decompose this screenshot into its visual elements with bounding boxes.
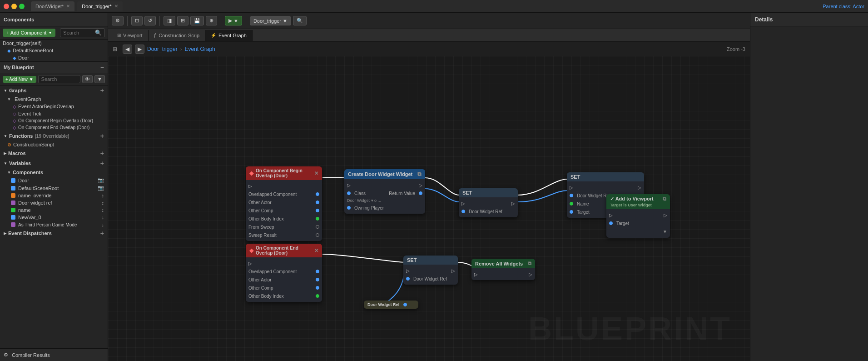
- event-dispatchers-section-row[interactable]: ▶ Event Dispatchers +: [0, 228, 108, 238]
- breadcrumb-root[interactable]: Door_trigger: [147, 46, 178, 52]
- pin-from-sweep[interactable]: [316, 225, 319, 229]
- pin-return-value[interactable]: [419, 191, 422, 195]
- zoom-label: Zoom -3: [727, 46, 745, 52]
- pin-set2-target[interactable]: [570, 194, 573, 197]
- parent-class-link[interactable]: Actor: [853, 4, 864, 9]
- pin-door-ref-out[interactable]: [403, 303, 407, 306]
- eye-button[interactable]: 👁: [82, 75, 93, 83]
- node-set3[interactable]: SET ▷ ▷ Door Widget Ref: [403, 256, 458, 285]
- compile-button[interactable]: ⊡: [131, 16, 143, 25]
- tab-doortrigger-close[interactable]: ✕: [114, 4, 118, 9]
- pin-overlapped-component[interactable]: [316, 192, 319, 196]
- refresh-button[interactable]: ↺: [144, 16, 156, 25]
- function-constructionscript[interactable]: ⚙ ConstructionScript: [0, 141, 108, 148]
- pin-set2-target2[interactable]: [570, 210, 573, 214]
- graph-event-actoroverlap[interactable]: ◇ Event ActorBeginOverlap: [0, 103, 108, 110]
- search-button[interactable]: 🔍: [293, 16, 307, 25]
- tab-doortrigger[interactable]: Door_trigger* ✕: [77, 1, 122, 11]
- components-search-input[interactable]: [63, 30, 95, 35]
- back-button[interactable]: ◀: [123, 45, 132, 54]
- pin-set1-in[interactable]: [461, 210, 465, 213]
- class-dropdown[interactable]: Door_trigger ▼: [250, 16, 291, 25]
- tab-doorwidget-close[interactable]: ✕: [66, 4, 70, 9]
- viewport-exec-in: ▷: [609, 213, 613, 218]
- blueprint-canvas[interactable]: ◆ On Component Begin Overlap (Door) ✕ ▷ …: [108, 56, 750, 361]
- tab-construction-script[interactable]: ƒ Construction Scrip: [149, 30, 205, 41]
- var-newvar0[interactable]: NewVar_0 ↓: [0, 214, 108, 221]
- var-defaultsceneroot[interactable]: DefaultSceneRoot 📷: [0, 184, 108, 192]
- filter-button[interactable]: ▼: [94, 75, 105, 83]
- graph-begin-overlap[interactable]: ◇ On Component Begin Overlap (Door): [0, 117, 108, 124]
- pin-end-other-comp[interactable]: [316, 286, 319, 290]
- tab-doorwidget[interactable]: DoorWidget* ✕: [31, 1, 74, 11]
- blueprint-toolbar: ⚙ ⊡ ↺ ◨ ⊞ 💾 ⊕ ▶ ▼ Door_trigger ▼ 🔍: [108, 13, 750, 29]
- add-component-button[interactable]: + Add Component ▼: [3, 29, 55, 37]
- node-overlap-begin[interactable]: ◆ On Component Begin Overlap (Door) ✕ ▷ …: [246, 166, 322, 241]
- pin-other-comp[interactable]: [316, 209, 319, 212]
- node-create-widget[interactable]: Create Door Widget Widget ⧉ ▷ ▷ Class Re…: [344, 169, 425, 214]
- pin-class-in[interactable]: [347, 191, 351, 195]
- pin-viewport-target[interactable]: [609, 221, 613, 225]
- tab-event-graph[interactable]: ⚡ Event Graph: [205, 30, 253, 41]
- variables-section-row[interactable]: ▼ Variables +: [0, 158, 108, 168]
- macros-section-row[interactable]: ▶ Macros +: [0, 148, 108, 158]
- var-as-third-person[interactable]: As Third Person Game Mode ↓: [0, 221, 108, 228]
- pin-sweep-result[interactable]: [316, 233, 319, 237]
- var-name-override[interactable]: name_override ↕: [0, 192, 108, 199]
- minimize-button[interactable]: [11, 4, 17, 9]
- begin-overlap-icon: ◇: [13, 118, 16, 123]
- pin-end-other-actor[interactable]: [316, 278, 319, 281]
- node-add-viewport[interactable]: ✓ Add to Viewport ⧉ Target is User Widge…: [606, 194, 670, 238]
- macros-add-button[interactable]: +: [100, 150, 104, 157]
- var-newvar0-color: [11, 215, 15, 220]
- find-button[interactable]: ⊞: [177, 16, 188, 25]
- var-name[interactable]: name ↕: [0, 206, 108, 214]
- functions-section-row[interactable]: ▼ Functions (19 Overridable) +: [0, 131, 108, 141]
- pin-end-overlapped[interactable]: [316, 270, 319, 273]
- my-blueprint-search-input[interactable]: [41, 76, 78, 82]
- parent-class-info: Parent class: Actor: [823, 4, 864, 9]
- graph-end-overlap[interactable]: ◇ On Component End Overlap (Door): [0, 124, 108, 131]
- graph-event-tick[interactable]: ◇ Event Tick: [0, 110, 108, 117]
- breadcrumb-page[interactable]: Event Graph: [184, 46, 215, 52]
- tree-item-doortrigger-self[interactable]: Door_trigger(self): [0, 40, 108, 47]
- node-remove-widgets[interactable]: Remove All Widgets ⧉ ▷ ▷: [471, 259, 535, 280]
- functions-add-button[interactable]: +: [100, 132, 104, 140]
- settings-button[interactable]: ⚙: [112, 16, 124, 25]
- add-new-button[interactable]: + Add New ▼: [3, 76, 36, 83]
- graphs-add-button[interactable]: +: [100, 87, 104, 94]
- tree-item-door[interactable]: ◆ Door: [0, 54, 108, 61]
- node-set1[interactable]: SET ▷ ▷ Door Widget Ref: [459, 188, 518, 217]
- maximize-button[interactable]: [19, 4, 25, 9]
- pin-row-end-other-actor: Other Actor: [246, 276, 322, 284]
- variables-add-button[interactable]: +: [100, 160, 104, 167]
- save-button[interactable]: 💾: [190, 16, 204, 25]
- components-subsection-row[interactable]: ▼ Components: [0, 168, 108, 176]
- pin-owning-player[interactable]: [347, 206, 351, 210]
- pin-other-actor[interactable]: [316, 201, 319, 204]
- browse-button[interactable]: ◨: [164, 16, 175, 25]
- pin-other-body-index[interactable]: [316, 217, 319, 221]
- node-overlap-end[interactable]: ◆ On Component End Overlap (Door) ✕ ▷ Ov…: [246, 244, 322, 302]
- save-all-button[interactable]: ⊕: [206, 16, 217, 25]
- pin-set2-name[interactable]: [570, 202, 573, 206]
- dispatchers-add-button[interactable]: +: [100, 230, 104, 237]
- pin-end-other-body[interactable]: [316, 294, 319, 298]
- pin-set3-in[interactable]: [406, 277, 410, 281]
- my-blueprint-collapse-icon[interactable]: −: [100, 64, 104, 71]
- tree-item-defaultsceneroot[interactable]: ◆ DefaultSceneRoot: [0, 47, 108, 54]
- var-door[interactable]: Door 📷: [0, 176, 108, 184]
- graphs-section-row[interactable]: ▼ Graphs +: [0, 85, 108, 95]
- graph-eventgraph[interactable]: ▼ EventGraph: [0, 95, 108, 103]
- tab-viewport[interactable]: ⊞ Viewport: [112, 30, 149, 41]
- breadcrumb: ⊞ ◀ ▶ Door_trigger › Event Graph Zoom -3: [108, 42, 750, 56]
- var-door-widget-ref[interactable]: Door widget ref ↕: [0, 199, 108, 206]
- play-button[interactable]: ▶ ▼: [225, 16, 242, 25]
- set1-title: SET: [462, 190, 472, 196]
- forward-button[interactable]: ▶: [135, 45, 144, 54]
- node-door-widget-ref[interactable]: Door Widget Ref: [364, 301, 418, 309]
- close-button[interactable]: [4, 4, 9, 9]
- macros-triangle-icon: ▶: [4, 151, 6, 155]
- viewport-expand-arrow[interactable]: ▼: [663, 229, 667, 234]
- door-ref-title: Door Widget Ref: [367, 302, 399, 307]
